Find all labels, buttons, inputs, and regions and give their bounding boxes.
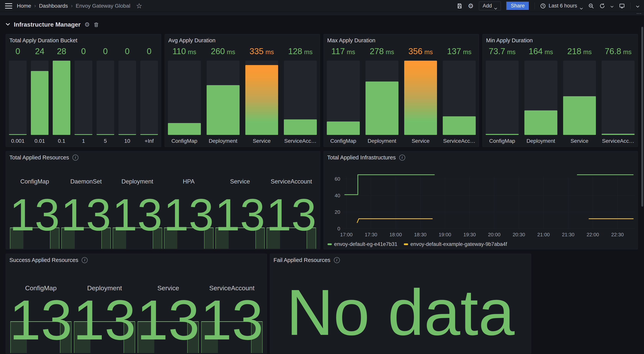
panel-title: Max Apply Duration	[327, 37, 375, 44]
legend-label: envoy-default-eg-e41e7b31	[334, 241, 397, 247]
bar-value-number: 0	[103, 46, 108, 56]
bar-column: 240.01	[31, 46, 48, 144]
tv-kiosk-icon[interactable]	[619, 3, 625, 9]
scrolled-panel-edge	[0, 12, 644, 15]
bar-value-unit: ms	[463, 48, 472, 56]
breadcrumb-home[interactable]: Home	[17, 3, 31, 9]
bar-value-unit: ms	[266, 48, 274, 56]
clock-icon	[540, 3, 546, 9]
top-toolbar: Home › Dashboards › Envoy Gateway Global…	[0, 0, 644, 12]
bar-value-unit: ms	[304, 48, 312, 56]
bar-value-unit: ms	[424, 48, 433, 56]
x-axis-tick-label: 21:30	[562, 232, 574, 237]
bar-column: 356msService	[404, 46, 437, 144]
x-axis-tick-label: 17:30	[365, 232, 377, 237]
bar-track	[31, 61, 48, 135]
panel-total-applied-resources[interactable]: Total Applied Resources i ConfigMap13Dae…	[6, 151, 320, 249]
bar-baseline	[96, 134, 114, 135]
x-axis-tick-label: 22:00	[586, 232, 599, 237]
breadcrumb-dashboards[interactable]: Dashboards	[39, 3, 68, 9]
stat-column: DaemonSet13	[60, 164, 112, 249]
bar-category-label: 0.001	[9, 135, 27, 144]
bar-column: 218msService	[563, 46, 596, 144]
bar-value-number: 218	[567, 46, 581, 56]
panel-success-applied-resources[interactable]: Success Applied Resources i ConfigMap13D…	[6, 254, 267, 354]
bar-fill	[53, 61, 70, 135]
x-axis-tick-label: 18:00	[390, 232, 402, 237]
bar-category-label: 10	[118, 135, 136, 144]
x-axis-tick-label: 20:00	[488, 232, 500, 237]
stat-label: Deployment	[112, 178, 163, 185]
bar-fill	[245, 65, 278, 135]
bar-category-label: Deployment	[366, 135, 398, 144]
time-range-picker[interactable]: Last 6 hours	[540, 3, 583, 9]
info-icon[interactable]: i	[399, 155, 405, 161]
bar-track	[53, 61, 70, 135]
x-axis-tick-label: 20:30	[513, 232, 525, 237]
vertical-scrollbar[interactable]	[641, 27, 643, 207]
y-axis-tick-label: 0	[338, 226, 340, 231]
x-axis-tick-label: 18:30	[414, 232, 426, 237]
bar-fill	[404, 61, 437, 135]
legend-color-swatch	[404, 243, 408, 245]
legend-item[interactable]: envoy-default-example-gateway-9b7aba4f	[404, 241, 507, 247]
bar-value-unit: ms	[544, 48, 553, 56]
bar-gauge: 73.7msConfigMap164msDeployment218msServi…	[486, 46, 634, 144]
bar-category-label: ConfigMap	[486, 135, 519, 144]
bar-gauge: 110msConfigMap260msDeployment335msServic…	[168, 46, 317, 144]
panel-total-applied-infrastructures[interactable]: Total Applied Infrastructures i 02040601…	[324, 151, 638, 249]
refresh-interval-chevron-icon[interactable]	[610, 5, 614, 7]
bar-track	[563, 61, 596, 135]
panel-min-apply-duration[interactable]: Min Apply Duration 73.7msConfigMap164msD…	[482, 34, 638, 147]
bar-baseline	[74, 134, 92, 135]
stat-column: ConfigMap13	[9, 164, 60, 249]
refresh-icon[interactable]	[599, 3, 605, 9]
panel-max-apply-duration[interactable]: Max Apply Duration 117msConfigMap278msDe…	[324, 34, 479, 147]
bar-track	[284, 61, 317, 135]
bar-track	[327, 61, 360, 135]
bar-fill	[602, 134, 634, 135]
dashboard-settings-gear-icon[interactable]: ⚙	[468, 3, 474, 9]
share-button-label: Share	[511, 3, 524, 9]
bar-category-label: 5	[96, 135, 114, 144]
share-button[interactable]: Share	[506, 1, 529, 10]
bar-value-number: 0	[81, 46, 86, 56]
breadcrumb-separator: ›	[34, 3, 36, 9]
grafana-dashboard: Home › Dashboards › Envoy Gateway Global…	[0, 0, 644, 354]
x-axis-tick-label: 17:00	[340, 232, 352, 237]
bar-value: 0	[118, 46, 136, 58]
bar-track	[245, 61, 278, 135]
panel-total-apply-duration-bucket[interactable]: Total Apply Duration Bucket 00.001240.01…	[6, 34, 161, 147]
info-icon[interactable]: i	[334, 257, 340, 263]
bar-value: 110ms	[168, 46, 201, 58]
row-header-infrastructure-manager[interactable]: Infrastructure Manager ⚙	[6, 21, 99, 28]
x-axis-tick-label: 19:30	[463, 232, 476, 237]
row-delete-trash-icon[interactable]	[94, 22, 99, 27]
stat-column: Service13	[136, 266, 200, 353]
stat-column: ConfigMap13	[9, 266, 73, 353]
panel-avg-apply-duration[interactable]: Avg Apply Duration 110msConfigMap260msDe…	[165, 34, 320, 147]
favorite-star-icon[interactable]: ☆	[136, 2, 142, 9]
bar-column: 280.1	[53, 46, 70, 144]
bar-category-label: 0.01	[31, 135, 48, 144]
bar-value-number: 28	[57, 46, 66, 56]
bar-value-unit: ms	[347, 48, 355, 56]
stat-label: DaemonSet	[60, 178, 112, 185]
save-icon[interactable]	[457, 3, 462, 9]
bar-category-label: ServiceAcc…	[602, 135, 634, 144]
row-settings-gear-icon[interactable]: ⚙	[84, 22, 90, 27]
collapse-toolbar-chevron-icon[interactable]	[636, 5, 639, 7]
menu-icon[interactable]	[5, 3, 12, 8]
legend-item[interactable]: envoy-default-eg-e41e7b31	[328, 241, 397, 247]
info-icon[interactable]: i	[72, 155, 78, 161]
stat-label: ServiceAccount	[266, 178, 317, 185]
bar-column: 05	[96, 46, 114, 144]
info-icon[interactable]: i	[82, 257, 88, 263]
panel-resize-handle[interactable]	[636, 13, 641, 14]
add-button[interactable]: Add	[479, 1, 501, 10]
stat-value: 13	[112, 192, 163, 237]
zoom-out-icon[interactable]	[588, 3, 594, 9]
bar-track	[602, 61, 634, 135]
panel-fail-applied-resources[interactable]: Fail Applied Resources i No data	[270, 254, 531, 354]
time-series-chart[interactable]: 020406017:0017:3018:0018:3019:0019:3020:…	[327, 154, 635, 239]
